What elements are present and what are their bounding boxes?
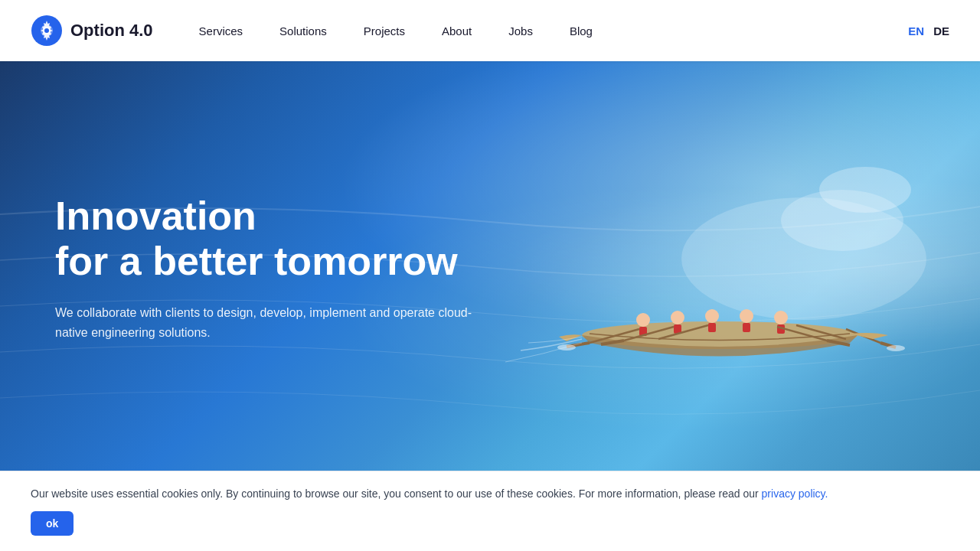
logo-link[interactable]: Option 4.0 — [31, 15, 153, 47]
nav-blog[interactable]: Blog — [570, 24, 593, 37]
cookie-message-text: Our website uses essential cookies only.… — [31, 487, 762, 500]
navbar: Option 4.0 Services Solutions Projects A… — [0, 0, 980, 61]
svg-point-11 — [671, 311, 684, 324]
lang-de[interactable]: DE — [933, 24, 949, 37]
nav-jobs[interactable]: Jobs — [508, 24, 533, 37]
nav-solutions[interactable]: Solutions — [279, 24, 327, 37]
hero-content: Innovation for a better tomorrow We coll… — [0, 194, 484, 343]
hero-boat-illustration — [498, 106, 942, 430]
logo-icon — [31, 15, 63, 47]
svg-rect-16 — [708, 323, 716, 332]
hero-background: Innovation for a better tomorrow We coll… — [0, 61, 980, 474]
nav-links: Services Solutions Projects About Jobs B… — [199, 24, 909, 37]
svg-point-28 — [887, 345, 905, 351]
hero-title-line2: for a better tomorrow — [55, 239, 484, 285]
language-switcher: EN DE — [908, 24, 949, 37]
cookie-banner: Our website uses essential cookies only.… — [0, 471, 980, 551]
cookie-message: Our website uses essential cookies only.… — [31, 485, 949, 502]
lang-en[interactable]: EN — [908, 24, 924, 37]
svg-point-19 — [740, 309, 753, 323]
nav-projects[interactable]: Projects — [364, 24, 405, 37]
hero-title-line1: Innovation — [55, 194, 484, 240]
hero-subtitle: We collaborate with clients to design, d… — [55, 303, 484, 342]
cookie-ok-button[interactable]: ok — [31, 511, 74, 536]
logo-text: Option 4.0 — [70, 21, 153, 41]
svg-point-2 — [44, 28, 49, 33]
privacy-policy-link[interactable]: privacy policy. — [762, 487, 828, 500]
hero-section: Innovation for a better tomorrow We coll… — [0, 61, 980, 474]
svg-point-21 — [774, 311, 788, 324]
nav-about[interactable]: About — [442, 24, 472, 37]
svg-rect-20 — [743, 323, 750, 332]
svg-point-7 — [636, 313, 650, 327]
svg-point-15 — [705, 309, 719, 323]
nav-services[interactable]: Services — [199, 24, 243, 37]
svg-point-5 — [819, 167, 911, 213]
